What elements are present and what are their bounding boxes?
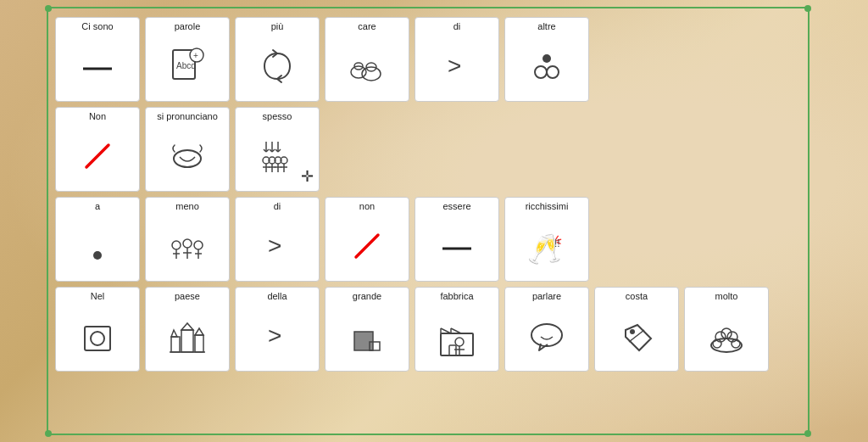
main-canvas: Ci sono parole Abcd + p xyxy=(47,7,810,435)
speech-bubble-icon xyxy=(509,305,585,367)
dot-bottom-icon xyxy=(59,215,136,277)
row-4: Nel paese xyxy=(55,287,801,372)
berry-bowl-icon xyxy=(688,305,765,367)
svg-line-13 xyxy=(86,145,108,167)
factory-worker-icon xyxy=(419,305,495,367)
svg-rect-54 xyxy=(181,330,193,352)
svg-point-52 xyxy=(91,332,104,345)
svg-marker-57 xyxy=(181,323,193,330)
document-abcd-icon: Abcd + xyxy=(149,35,225,98)
svg-rect-53 xyxy=(171,337,180,352)
card-non[interactable]: Non xyxy=(55,107,140,192)
row-3: a meno xyxy=(55,197,801,282)
buildings-icon xyxy=(149,305,225,367)
card-di[interactable]: di > xyxy=(415,17,499,102)
card-grande[interactable]: grande xyxy=(325,287,409,372)
svg-rect-71 xyxy=(449,345,456,355)
svg-line-47 xyxy=(356,235,378,257)
card-molto[interactable]: molto xyxy=(684,287,769,372)
greater-than-2-icon: > xyxy=(239,215,315,277)
svg-point-5 xyxy=(351,66,366,78)
svg-point-78 xyxy=(721,328,732,338)
svg-point-12 xyxy=(547,66,559,78)
svg-rect-55 xyxy=(195,335,203,352)
size-compare-icon xyxy=(329,305,405,367)
card-care[interactable]: care xyxy=(325,17,409,102)
card-meno[interactable]: meno xyxy=(145,197,230,282)
card-della[interactable]: della > xyxy=(235,287,320,372)
card-di2[interactable]: di > xyxy=(235,197,320,282)
svg-rect-63 xyxy=(441,333,473,355)
svg-text:!!: !! xyxy=(554,238,560,249)
svg-marker-58 xyxy=(195,328,203,335)
card-nel[interactable]: Nel xyxy=(55,287,140,372)
celebration-icon: 🥂 !! xyxy=(509,215,585,277)
lips-sound-icon xyxy=(149,125,225,187)
card-ci-sono[interactable]: Ci sono xyxy=(55,17,140,102)
svg-point-73 xyxy=(630,329,635,334)
svg-point-11 xyxy=(535,66,547,78)
card-a[interactable]: a xyxy=(55,197,140,282)
circle-in-square-icon xyxy=(59,305,136,367)
greater-than-icon: > xyxy=(419,35,495,98)
svg-point-7 xyxy=(362,67,381,81)
card-paese[interactable]: paese xyxy=(145,287,230,372)
svg-point-36 xyxy=(93,251,102,260)
card-non2[interactable]: non xyxy=(325,197,409,282)
svg-point-10 xyxy=(542,54,551,63)
svg-text:Abcd: Abcd xyxy=(176,61,196,70)
people-group-icon xyxy=(149,215,225,277)
svg-text:>: > xyxy=(268,322,281,349)
card-altre[interactable]: altre xyxy=(504,17,589,102)
svg-marker-56 xyxy=(171,330,177,337)
svg-point-68 xyxy=(455,338,464,346)
dots-circle-icon xyxy=(509,35,585,98)
svg-point-75 xyxy=(711,338,742,352)
card-essere[interactable]: essere xyxy=(415,197,499,282)
minus-line-icon xyxy=(59,35,136,98)
card-spesso[interactable]: spesso xyxy=(235,107,320,192)
svg-point-38 xyxy=(183,239,192,248)
red-slash-icon xyxy=(59,125,136,187)
card-grid: Ci sono parole Abcd + p xyxy=(48,8,808,380)
card-parlare[interactable]: parlare xyxy=(504,287,589,372)
cakes-icon xyxy=(329,35,405,98)
minus-line-2-icon xyxy=(419,215,495,277)
price-tag-icon xyxy=(598,305,675,367)
svg-text:>: > xyxy=(268,232,281,259)
rotate-arrows-icon xyxy=(239,35,315,98)
move-cursor-icon: ✛ xyxy=(301,167,314,186)
row-1: Ci sono parole Abcd + p xyxy=(55,17,801,102)
card-si-pronunciano[interactable]: si pronunciano xyxy=(145,107,230,192)
row-2: Non si pronunciano xyxy=(55,107,801,192)
svg-text:>: > xyxy=(448,53,461,79)
red-slash-2-icon xyxy=(329,215,405,277)
svg-point-37 xyxy=(172,241,181,249)
card-piu[interactable]: più xyxy=(235,17,320,102)
svg-point-14 xyxy=(174,150,201,167)
svg-point-72 xyxy=(531,324,562,346)
greater-than-3-icon: > xyxy=(239,305,315,367)
card-costa[interactable]: costa xyxy=(594,287,679,372)
svg-text:+: + xyxy=(193,51,198,60)
svg-point-39 xyxy=(194,241,203,249)
card-fabbrica[interactable]: fabbrica xyxy=(415,287,499,372)
card-ricchissimi[interactable]: ricchissimi 🥂 !! xyxy=(504,197,589,282)
svg-rect-51 xyxy=(85,327,110,350)
card-parole[interactable]: parole Abcd + xyxy=(145,17,230,102)
